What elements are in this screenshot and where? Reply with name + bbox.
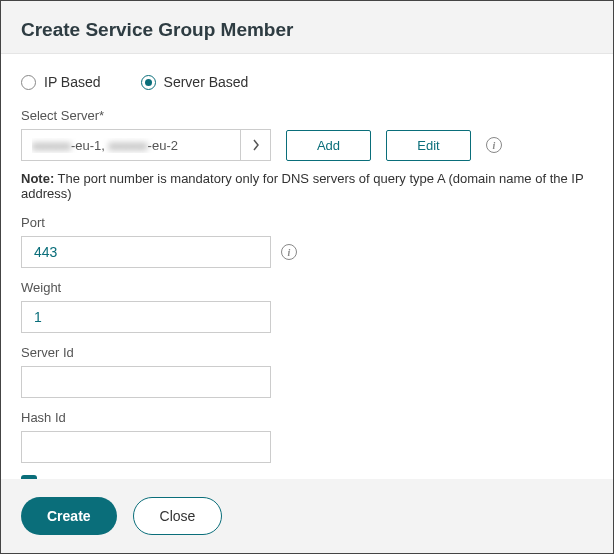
chevron-right-icon xyxy=(240,129,270,161)
radio-ip-label: IP Based xyxy=(44,74,101,90)
close-button[interactable]: Close xyxy=(133,497,223,535)
dialog-content: IP Based Server Based Select Server* xxx… xyxy=(1,54,613,479)
server-id-input[interactable] xyxy=(21,366,271,398)
weight-label: Weight xyxy=(21,280,593,295)
port-label: Port xyxy=(21,215,593,230)
server-select[interactable]: xxxxxx-eu-1, xxxxxx-eu-2 xyxy=(21,129,271,161)
dialog-window: Create Service Group Member IP Based Ser… xyxy=(0,0,614,554)
radio-ip-based[interactable]: IP Based xyxy=(21,74,101,90)
edit-button[interactable]: Edit xyxy=(386,130,471,161)
hash-id-input[interactable] xyxy=(21,431,271,463)
weight-field: Weight xyxy=(21,280,593,333)
hash-id-label: Hash Id xyxy=(21,410,593,425)
dialog-title: Create Service Group Member xyxy=(21,19,593,41)
info-icon[interactable]: i xyxy=(281,244,297,260)
create-button[interactable]: Create xyxy=(21,497,117,535)
server-id-label: Server Id xyxy=(21,345,593,360)
add-button[interactable]: Add xyxy=(286,130,371,161)
dialog-header: Create Service Group Member xyxy=(1,1,613,54)
radio-server-based[interactable]: Server Based xyxy=(141,74,249,90)
basis-radio-group: IP Based Server Based xyxy=(21,74,593,90)
select-server-row: xxxxxx-eu-1, xxxxxx-eu-2 Add Edit i xyxy=(21,129,593,161)
radio-circle-icon xyxy=(141,75,156,90)
radio-dot-icon xyxy=(145,79,152,86)
port-input[interactable] xyxy=(21,236,271,268)
weight-input[interactable] xyxy=(21,301,271,333)
select-server-label: Select Server* xyxy=(21,108,593,123)
info-icon[interactable]: i xyxy=(486,137,502,153)
note-label: Note: xyxy=(21,171,54,186)
server-select-value: xxxxxx-eu-1, xxxxxx-eu-2 xyxy=(32,138,178,153)
note-body: The port number is mandatory only for DN… xyxy=(21,171,583,201)
server-id-field: Server Id xyxy=(21,345,593,398)
radio-circle-icon xyxy=(21,75,36,90)
port-field: Port i xyxy=(21,215,593,268)
hash-id-field: Hash Id xyxy=(21,410,593,463)
note-text: Note: The port number is mandatory only … xyxy=(21,171,593,201)
radio-server-label: Server Based xyxy=(164,74,249,90)
dialog-footer: Create Close xyxy=(1,479,613,553)
